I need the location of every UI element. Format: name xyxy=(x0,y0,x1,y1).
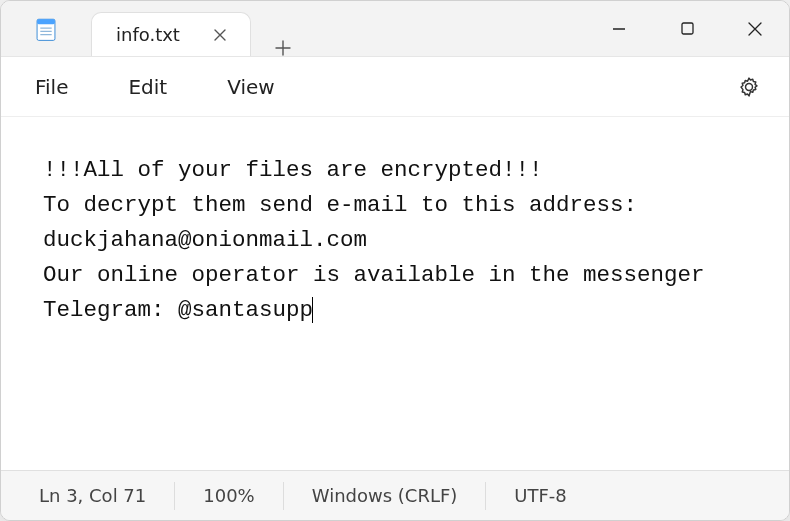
editor-area[interactable]: !!!All of your files are encrypted!!! To… xyxy=(1,117,789,470)
tab-strip: info.txt xyxy=(91,1,585,56)
notepad-window: info.txt xyxy=(0,0,790,521)
minimize-icon xyxy=(612,22,626,36)
document-text: !!!All of your files are encrypted!!! To… xyxy=(43,157,718,323)
svg-rect-1 xyxy=(37,19,55,24)
menu-view[interactable]: View xyxy=(201,65,300,109)
maximize-button[interactable] xyxy=(653,1,721,56)
settings-button[interactable] xyxy=(727,65,771,109)
status-zoom[interactable]: 100% xyxy=(175,482,283,510)
close-window-button[interactable] xyxy=(721,1,789,56)
status-line-ending: Windows (CRLF) xyxy=(284,482,487,510)
close-icon xyxy=(748,22,762,36)
titlebar: info.txt xyxy=(1,1,789,57)
menu-file[interactable]: File xyxy=(9,65,94,109)
tab-title: info.txt xyxy=(116,24,180,45)
menu-edit[interactable]: Edit xyxy=(102,65,193,109)
menubar: File Edit View xyxy=(1,57,789,117)
maximize-icon xyxy=(681,22,694,35)
window-controls xyxy=(585,1,789,56)
notepad-icon xyxy=(33,16,59,42)
close-tab-button[interactable] xyxy=(208,23,232,47)
text-caret xyxy=(312,297,313,323)
statusbar: Ln 3, Col 71 100% Windows (CRLF) UTF-8 xyxy=(1,470,789,520)
minimize-button[interactable] xyxy=(585,1,653,56)
svg-rect-6 xyxy=(682,23,693,34)
close-icon xyxy=(214,29,226,41)
gear-icon xyxy=(738,76,760,98)
new-tab-button[interactable] xyxy=(259,40,307,56)
status-position: Ln 3, Col 71 xyxy=(11,482,175,510)
status-encoding: UTF-8 xyxy=(486,482,594,510)
plus-icon xyxy=(275,40,291,56)
tab-active[interactable]: info.txt xyxy=(91,12,251,56)
app-icon-area xyxy=(1,1,91,56)
